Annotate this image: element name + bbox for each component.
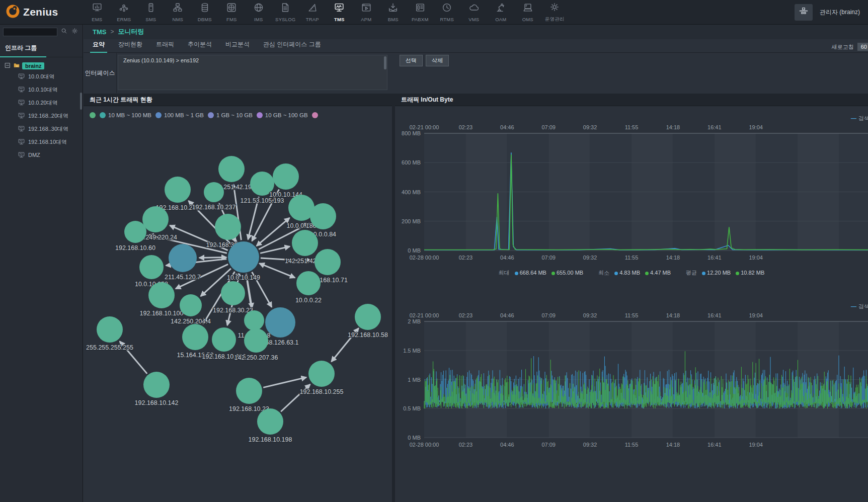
tree-item-DMZ[interactable]: DMZ — [4, 148, 83, 161]
legend-label: 10 GB ~ 100 GB — [265, 112, 308, 118]
workstation-button[interactable] — [795, 4, 813, 21]
search-input[interactable] — [3, 28, 57, 36]
graph-node-142.250.207.36[interactable] — [244, 328, 268, 353]
graph-node-168.126.63.1[interactable] — [265, 307, 295, 338]
graph-node-142.250.204.4[interactable] — [180, 294, 202, 316]
graph-node-255.255.255.255[interactable] — [97, 316, 123, 343]
nav-item-label: TRAP — [306, 17, 319, 22]
nav-item-syslog[interactable]: SYSLOG — [272, 0, 299, 24]
nav-item-label: NMS — [172, 17, 183, 22]
collapse-node-icon[interactable] — [4, 62, 11, 70]
graph-node-10.0.10.252[interactable] — [139, 255, 164, 279]
oms-icon — [522, 2, 533, 15]
nav-item-bms[interactable]: BMS — [380, 0, 407, 24]
nav-item-trap[interactable]: TRAP — [299, 0, 326, 24]
device-icon — [18, 112, 25, 120]
topology-edge — [199, 258, 226, 258]
erms-icon — [118, 2, 129, 15]
interface-button-선택[interactable]: 선택 — [400, 55, 423, 66]
graph-node-192.168.30.255[interactable] — [215, 214, 241, 240]
interface-list-item[interactable]: Zenius (10.0.10.149) > ens192 — [118, 55, 387, 65]
nav-item-pabxm[interactable]: PABXM — [407, 0, 434, 24]
nav-item-nms[interactable]: NMS — [165, 0, 192, 24]
brand[interactable]: Zenius — [0, 5, 84, 20]
graph-node-192.168.10.60[interactable] — [124, 221, 146, 243]
graph-node-192.168.10.255[interactable] — [308, 361, 335, 387]
tab-장비현황[interactable]: 장비현황 — [118, 40, 142, 52]
graph-node-10.0.0.22[interactable] — [296, 271, 321, 295]
graph-node-192.168.10.235[interactable] — [165, 177, 191, 203]
tree-item-192.168..30대역[interactable]: 192.168..30대역 — [4, 122, 83, 135]
nav-item-운영관리[interactable]: 운영관리 — [541, 0, 569, 24]
graph-node-10.0.0.84[interactable] — [310, 203, 336, 229]
network-topology-graph[interactable]: 142.251.42.19192.168.10.235121.53.105.19… — [84, 119, 392, 496]
tab-추이분석[interactable]: 추이분석 — [188, 40, 212, 52]
graph-node-10.0.10.149[interactable] — [228, 241, 259, 273]
nav-item-label: VMS — [468, 17, 479, 22]
graph-node-211.45.120.7[interactable] — [169, 244, 197, 272]
graph-node-15.164.18.52[interactable] — [182, 324, 208, 350]
graph-node-192.168.10.23[interactable] — [236, 378, 262, 404]
graph-node-192.168.10.198[interactable] — [257, 408, 283, 435]
tree-item-10.0.10대역[interactable]: 10.0.10대역 — [4, 83, 83, 96]
graph-node-11.45.120.8[interactable] — [244, 310, 264, 330]
tab-관심 인터페이스 그룹[interactable]: 관심 인터페이스 그룹 — [263, 40, 321, 52]
vms-icon — [468, 2, 480, 15]
legend-dot-icon — [208, 112, 214, 118]
interface-button-삭제[interactable]: 삭제 — [426, 55, 449, 66]
tree-item-label: 10.0.20대역 — [28, 99, 58, 107]
legend-label: 100 MB ~ 1 GB — [164, 112, 204, 118]
nav-item-label: SMS — [145, 17, 156, 22]
search-icon[interactable] — [60, 28, 68, 36]
graph-node-142.251.42.19[interactable] — [218, 156, 245, 182]
graph-node-211.249.220.24[interactable] — [142, 206, 169, 232]
tree-item-label: 192.168..30대역 — [28, 125, 68, 133]
nav-item-dbms[interactable]: DBMS — [191, 0, 218, 24]
svg-text:11:55: 11:55 — [625, 255, 639, 261]
sidebar-tab-infra-group[interactable]: 인프라 그룹 — [0, 39, 83, 57]
graph-node-192.168.10.58[interactable] — [355, 304, 381, 330]
svg-text:07:09: 07:09 — [541, 312, 556, 318]
stat-최대: 최대668.64 MB655.00 MB — [499, 269, 583, 277]
breadcrumb-app[interactable]: TMS — [93, 28, 106, 36]
sidebar-scrollbar[interactable] — [80, 93, 82, 110]
gear-icon[interactable] — [71, 28, 78, 36]
graph-node-192.168.10.71[interactable] — [314, 249, 341, 275]
tree-item-label: 192.168..20대역 — [28, 112, 68, 120]
nav-item-ims[interactable]: IMS — [245, 0, 272, 24]
tab-요약[interactable]: 요약 — [93, 40, 105, 52]
graph-node-192.168.30.23[interactable] — [221, 281, 245, 305]
nav-item-sms[interactable]: SMS — [137, 0, 165, 24]
tree-root-label: brainz — [22, 62, 44, 69]
nav-item-erms[interactable]: ERMS — [111, 0, 138, 24]
tab-트래픽[interactable]: 트래픽 — [156, 40, 174, 52]
legend-dot-icon — [100, 112, 106, 118]
legend-dot-icon — [312, 112, 318, 118]
graph-node-192.168.10.236[interactable] — [212, 327, 236, 352]
interface-listbox-scrollbar[interactable] — [384, 56, 386, 69]
interface-listbox[interactable]: Zenius (10.0.10.149) > ens192 — [118, 55, 387, 90]
nav-item-label: IMS — [254, 17, 263, 22]
graph-node-10.0.10.144[interactable] — [273, 163, 299, 190]
sms-icon — [145, 2, 156, 15]
tree-item-10.0.20대역[interactable]: 10.0.20대역 — [4, 96, 83, 109]
graph-node-192.168.10.142[interactable] — [143, 372, 170, 398]
tab-비교분석[interactable]: 비교분석 — [225, 40, 250, 52]
nav-item-fms[interactable]: FMS — [218, 0, 246, 24]
tree-item-192.168..20대역[interactable]: 192.168..20대역 — [4, 109, 83, 122]
nav-item-ems[interactable]: EMS — [84, 0, 111, 24]
nav-item-rtms[interactable]: RTMS — [434, 0, 461, 24]
tree-item-10.0.0대역[interactable]: 10.0.0대역 — [4, 70, 83, 83]
tree-root-brainz[interactable]: brainz — [4, 62, 83, 70]
nav-item-vms[interactable]: VMS — [460, 0, 488, 24]
nav-item-apm[interactable]: APM — [353, 0, 380, 24]
tree-item-192.168.10대역[interactable]: 192.168.10대역 — [4, 135, 83, 148]
graph-node-192.168.10.237[interactable] — [204, 182, 224, 202]
trap-icon — [307, 2, 318, 15]
nav-item-tms[interactable]: TMS — [326, 0, 353, 24]
refresh-interval-badge[interactable]: 60 — [857, 43, 868, 51]
graph-node-142.251.42.10[interactable] — [292, 230, 318, 256]
nav-item-oms[interactable]: OMS — [514, 0, 541, 24]
graph-node-192.168.10.100[interactable] — [148, 282, 175, 308]
nav-item-oam[interactable]: OAM — [488, 0, 515, 24]
